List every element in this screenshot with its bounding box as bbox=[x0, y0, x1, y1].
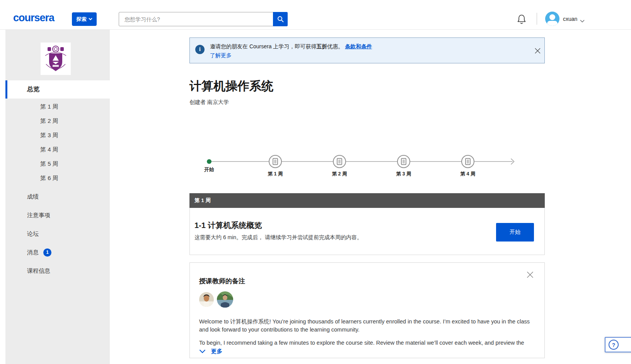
header-divider bbox=[537, 13, 537, 25]
timeline-label-week-4: 第 4 周 bbox=[452, 171, 483, 177]
close-icon bbox=[535, 48, 541, 54]
sidebar-item-week-1[interactable]: 第 1 周 bbox=[5, 100, 110, 114]
coursera-logo[interactable]: coursera bbox=[13, 12, 54, 24]
timeline-node-week-1[interactable] bbox=[269, 155, 282, 168]
avatar-person-icon bbox=[549, 14, 555, 20]
search-button[interactable] bbox=[273, 12, 288, 26]
bell-icon bbox=[517, 14, 527, 25]
search-input[interactable] bbox=[119, 12, 288, 26]
question-mark-icon: ? bbox=[609, 340, 619, 350]
note-heading: 授课教师的备注 bbox=[199, 277, 245, 286]
terms-link[interactable]: 条款和条件 bbox=[345, 43, 372, 49]
sidebar-item-notes[interactable]: 注意事项 bbox=[5, 206, 110, 225]
instructor-note-card: 授课教师的备注 Welcome to 计算机操作系统! You’re joini… bbox=[189, 262, 545, 358]
timeline-start-label: 开始 bbox=[201, 166, 218, 173]
referral-promo-banner: i 邀请您的朋友在 Coursera 上学习，即可获得五折优惠。 条款和条件 了… bbox=[189, 37, 545, 63]
document-icon bbox=[337, 158, 342, 165]
nanjing-university-logo bbox=[41, 43, 71, 75]
note-paragraph-2: To begin, I recommend taking a few minut… bbox=[199, 339, 533, 347]
chevron-down-icon bbox=[199, 349, 206, 354]
search-icon bbox=[277, 16, 284, 22]
timeline-label-week-2: 第 2 周 bbox=[324, 171, 355, 177]
timeline-label-week-3: 第 3 周 bbox=[388, 171, 419, 177]
info-icon: i bbox=[195, 45, 205, 54]
search-bar bbox=[119, 12, 288, 26]
course-progress-timeline: 开始 第 1 周 第 2 周 第 3 周 第 4 周 bbox=[189, 145, 545, 180]
sidebar-item-week-3[interactable]: 第 3 周 bbox=[5, 128, 110, 143]
instructor-avatar-1[interactable] bbox=[199, 292, 214, 307]
course-byline: 创建者 南京大学 bbox=[189, 99, 229, 106]
explore-button-label: 探索 bbox=[77, 16, 87, 23]
sidebar-item-grades[interactable]: 成绩 bbox=[5, 187, 110, 206]
sidebar-item-week-5[interactable]: 第 5 周 bbox=[5, 157, 110, 171]
timeline-next-chevron-right-icon[interactable] bbox=[510, 158, 515, 167]
document-icon bbox=[273, 158, 278, 165]
sidebar-item-forums[interactable]: 论坛 bbox=[5, 225, 110, 243]
active-indicator bbox=[5, 80, 7, 99]
learn-more-link[interactable]: 了解更多 bbox=[210, 52, 232, 59]
sidebar-item-messages[interactable]: 消息 1 bbox=[5, 243, 110, 262]
course-sidebar: 总览 第 1 周 第 2 周 第 3 周 第 4 周 第 5 周 第 6 周 成… bbox=[5, 30, 110, 364]
note-paragraph-1: Welcome to 计算机操作系统! You’re joining thous… bbox=[199, 318, 533, 334]
explore-button[interactable]: 探索 bbox=[72, 12, 97, 26]
user-menu-chevron-down-icon[interactable] bbox=[580, 17, 585, 24]
lesson-card: 1-1 计算机系统概览 这需要大约 6 min。完成后， 请继续学习并尝试提前完… bbox=[189, 208, 545, 255]
banner-close-button[interactable] bbox=[535, 48, 541, 55]
chevron-down-icon bbox=[89, 18, 92, 20]
timeline-start-dot bbox=[207, 159, 211, 164]
sidebar-item-week-4[interactable]: 第 4 周 bbox=[5, 143, 110, 157]
sidebar-item-week-6[interactable]: 第 6 周 bbox=[5, 171, 110, 185]
user-avatar[interactable] bbox=[545, 12, 559, 26]
close-icon bbox=[527, 271, 534, 278]
sidebar-item-week-2[interactable]: 第 2 周 bbox=[5, 114, 110, 128]
timeline-node-week-2[interactable] bbox=[333, 155, 346, 168]
timeline-node-week-4[interactable] bbox=[461, 155, 474, 168]
expand-more-button[interactable]: 更多 bbox=[199, 348, 222, 355]
timeline-label-week-1: 第 1 周 bbox=[260, 171, 291, 177]
start-lesson-button[interactable]: 开始 bbox=[496, 223, 534, 242]
notifications-button[interactable] bbox=[516, 14, 527, 26]
expand-more-label: 更多 bbox=[211, 348, 222, 355]
note-close-button[interactable] bbox=[527, 271, 534, 279]
course-title: 计算机操作系统 bbox=[189, 78, 273, 94]
document-icon bbox=[401, 158, 406, 165]
help-button[interactable]: ? bbox=[605, 337, 631, 352]
document-icon bbox=[465, 158, 471, 165]
sidebar-item-course-info[interactable]: 课程信息 bbox=[5, 262, 110, 280]
instructor-avatar-2[interactable] bbox=[217, 291, 233, 308]
user-name[interactable]: cxuan bbox=[563, 16, 577, 22]
lesson-title: 1-1 计算机系统概览 bbox=[194, 220, 262, 231]
messages-count-badge: 1 bbox=[43, 248, 51, 257]
timeline-node-week-3[interactable] bbox=[397, 155, 410, 168]
promo-text: 邀请您的朋友在 Coursera 上学习，即可获得五折优惠。 条款和条件 bbox=[210, 43, 372, 50]
lesson-description: 这需要大约 6 min。完成后， 请继续学习并尝试提前完成本周的内容。 bbox=[194, 234, 362, 241]
week-1-section-header: 第 1 周 bbox=[189, 193, 545, 208]
sidebar-item-overview[interactable]: 总览 bbox=[5, 80, 110, 99]
top-navbar: coursera 探索 cxuan bbox=[0, 0, 631, 30]
